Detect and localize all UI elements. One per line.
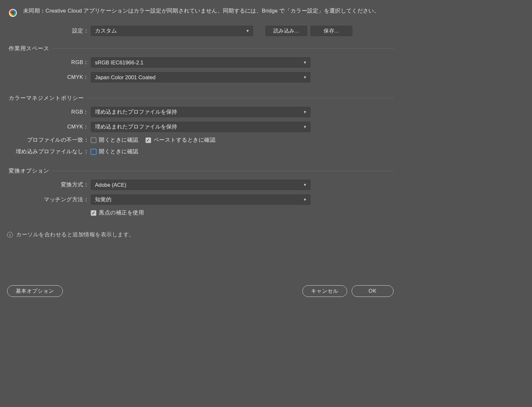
hover-info: i カーソルを合わせると追加情報を表示します。: [7, 231, 394, 238]
mismatch-ask-open-checkbox[interactable]: 開くときに確認: [91, 137, 138, 144]
group-conversion-options: 変換オプション 変換方式： Adobe (ACE) ▼ マッチング方法： 知覚的…: [7, 167, 394, 220]
group-color-policy-title: カラーマネジメントポリシー: [9, 95, 87, 102]
profile-mismatch-label: プロファイルの不一致：: [7, 137, 91, 144]
intent-label: マッチング方法：: [7, 196, 91, 203]
engine-dropdown[interactable]: Adobe (ACE) ▼: [91, 180, 310, 190]
engine-label: 変換方式：: [7, 181, 91, 188]
chevron-down-icon: ▼: [303, 110, 307, 114]
policy-cmyk-dropdown[interactable]: 埋め込まれたプロファイルを保持 ▼: [91, 122, 310, 132]
chevron-down-icon: ▼: [303, 125, 307, 129]
chevron-down-icon: ▼: [303, 183, 307, 187]
checkbox-box-icon: [91, 137, 96, 143]
policy-rgb-dropdown[interactable]: 埋め込まれたプロファイルを保持 ▼: [91, 107, 310, 117]
intent-value: 知覚的: [95, 196, 111, 203]
settings-row: 設定： カスタム ▼ 読み込み... 保存...: [7, 26, 394, 36]
rgb-workspace-dropdown[interactable]: sRGB IEC61966-2.1 ▼: [91, 57, 310, 68]
policy-cmyk-label: CMYK：: [7, 123, 91, 130]
mismatch-ask-paste-checkbox[interactable]: ペーストするときに確認: [146, 137, 216, 144]
ok-button[interactable]: OK: [352, 285, 394, 297]
settings-label: 設定：: [7, 27, 91, 34]
policy-cmyk-value: 埋め込まれたプロファイルを保持: [95, 123, 177, 130]
cmyk-workspace-dropdown[interactable]: Japan Color 2001 Coated ▼: [91, 72, 310, 82]
chevron-down-icon: ▼: [303, 75, 307, 80]
engine-value: Adobe (ACE): [95, 182, 126, 188]
rgb-workspace-value: sRGB IEC61966-2.1: [95, 60, 143, 66]
info-icon: i: [7, 232, 13, 238]
sync-message: 未同期：Creative Cloud アプリケーションはカラー設定が同期されてい…: [23, 6, 380, 15]
settings-dropdown[interactable]: カスタム ▼: [91, 26, 253, 36]
load-button[interactable]: 読み込み...: [265, 26, 307, 36]
group-working-spaces: 作業用スペース RGB： sRGB IEC61966-2.1 ▼ CMYK： J…: [7, 45, 394, 86]
group-conversion-title: 変換オプション: [9, 167, 52, 175]
rgb-label: RGB：: [7, 59, 91, 66]
basic-options-button[interactable]: 基本オプション: [7, 285, 63, 297]
missing-ask-open-checkbox[interactable]: 開くときに確認: [91, 148, 138, 155]
chevron-down-icon: ▼: [246, 29, 250, 33]
settings-value: カスタム: [95, 27, 117, 34]
cmyk-workspace-value: Japan Color 2001 Coated: [95, 74, 156, 80]
checkbox-box-icon: [91, 210, 96, 216]
svg-point-1: [11, 11, 15, 15]
sync-header: 未同期：Creative Cloud アプリケーションはカラー設定が同期されてい…: [7, 6, 394, 20]
cmyk-label: CMYK：: [7, 74, 91, 81]
chevron-down-icon: ▼: [303, 197, 307, 202]
intent-dropdown[interactable]: 知覚的 ▼: [91, 194, 310, 205]
checkbox-box-icon: [91, 149, 96, 155]
policy-rgb-value: 埋め込まれたプロファイルを保持: [95, 109, 177, 116]
chevron-down-icon: ▼: [303, 60, 307, 65]
blackpoint-checkbox[interactable]: 黒点の補正を使用: [91, 209, 144, 216]
policy-rgb-label: RGB：: [7, 109, 91, 116]
missing-profile-label: 埋め込みプロファイルなし：: [7, 148, 91, 155]
hover-info-text: カーソルを合わせると追加情報を表示します。: [16, 231, 135, 238]
group-working-spaces-title: 作業用スペース: [9, 45, 52, 52]
checkbox-box-icon: [146, 137, 151, 143]
save-button[interactable]: 保存...: [310, 26, 352, 36]
cancel-button[interactable]: キャンセル: [302, 285, 347, 297]
dialog-footer: 基本オプション キャンセル OK: [7, 285, 394, 297]
cloud-sync-icon: [7, 7, 19, 20]
group-color-policy: カラーマネジメントポリシー RGB： 埋め込まれたプロファイルを保持 ▼ CMY…: [7, 95, 394, 158]
